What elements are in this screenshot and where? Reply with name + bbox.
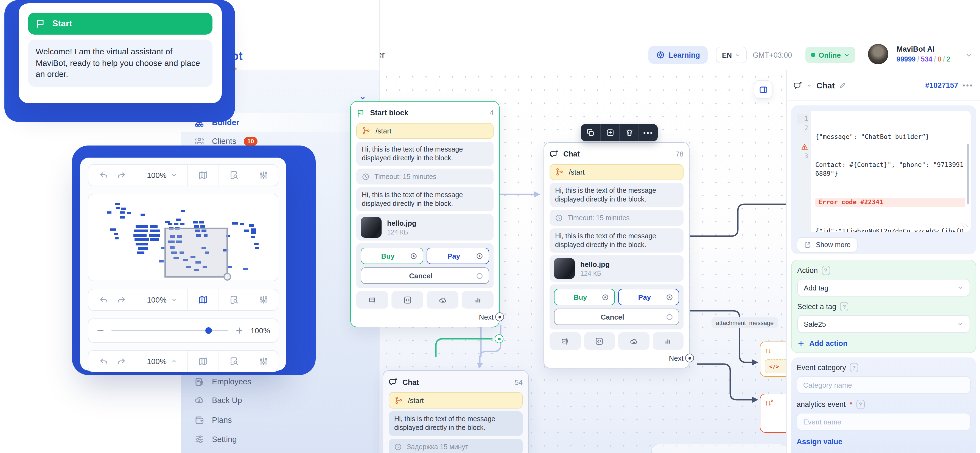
filter-button[interactable] [249,289,278,310]
cancel-button[interactable]: Cancel [554,309,679,325]
panel-toggle-button[interactable] [754,80,772,99]
category-name-input[interactable] [797,376,970,394]
language-select[interactable]: EN [716,47,747,63]
editor-scrollbar[interactable] [967,144,969,204]
command-row[interactable]: /start [356,123,493,139]
undo-icon[interactable] [99,170,109,180]
cloud-upload-tile[interactable] [426,291,458,309]
buy-button[interactable]: Buy [361,248,423,264]
add-action-button[interactable]: Add action [797,339,970,348]
plus-icon[interactable] [235,326,244,335]
search-blocks-button[interactable] [218,351,249,372]
message-row[interactable]: Hi, this is the text of the message disp… [389,411,523,436]
file-attachment-row[interactable]: hello.jpg 124 КБ [356,215,493,241]
minus-icon[interactable] [96,326,105,335]
code-tile[interactable] [584,332,615,350]
block-actions-toolbar: ••• [581,124,658,141]
zoom-slider-handle[interactable] [205,327,212,334]
event-name-input[interactable] [797,413,970,431]
more-button[interactable]: ••• [638,124,658,141]
pay-button[interactable]: Pay [618,289,679,305]
help-icon[interactable]: ? [840,302,848,312]
chevron-down-icon[interactable] [807,83,812,88]
redo-icon[interactable] [116,170,126,180]
online-status-badge[interactable]: Online [805,47,856,63]
chat-block-78[interactable]: Chat 78 /start Hi, this is the text of t… [544,142,690,369]
document-search-icon [229,295,239,305]
block-title: Chat [402,378,510,386]
stats-tile[interactable] [652,332,684,350]
command-label: /start [375,127,391,135]
assign-value-link[interactable]: Assign value [797,438,970,446]
sidebar-item-plans[interactable]: Plans [181,411,379,429]
delete-button[interactable] [619,124,638,141]
chat-block-54[interactable]: Chat 54 /start Hi, this is the text of t… [383,370,529,453]
pencil-icon[interactable] [839,82,846,89]
start-block[interactable]: Start block 4 /start Hi, this is the tex… [350,101,500,327]
minimap-toggle[interactable] [187,165,218,186]
message-settings-tile[interactable] [550,332,581,350]
zoom-slider-track[interactable] [111,330,228,331]
search-blocks-button[interactable] [218,165,249,186]
pay-button[interactable]: Pay [426,248,489,264]
panel-menu-button[interactable]: ••• [963,81,974,89]
clock-icon [555,214,563,222]
action-type-select[interactable]: Add tag [797,279,970,297]
popup-title: Start [52,19,72,29]
sidebar-item-employees[interactable]: Employees [181,372,379,391]
view-toolbar-top: 100% [88,164,278,186]
branch-icon [555,168,563,176]
minimap-toggle[interactable] [187,351,218,372]
show-more-button[interactable]: Show more [797,237,858,253]
resize-handle-icon[interactable]: ⟋⟋ [961,222,969,229]
message-row[interactable]: Hi, this is the text of the message disp… [550,183,684,207]
sidebar-item-setting[interactable]: Setting [181,430,379,448]
learning-button[interactable]: Learning [648,46,708,64]
filter-button[interactable] [249,351,278,372]
help-icon[interactable]: ? [822,266,830,275]
duplicate-button[interactable] [581,124,600,141]
code-editor[interactable]: 1 2 3 {"message": "ChatBot builder”} Con… [797,111,970,232]
help-icon[interactable]: ? [856,400,864,409]
file-attachment-row[interactable]: hello.jpg 124 КБ [550,256,684,282]
timeout-row[interactable]: Timeout: 15 minutes [550,210,684,226]
zoom-select[interactable]: 100% [137,289,187,310]
code-content[interactable]: {"message": "ChatBot builder”} Contact: … [811,111,970,232]
tag-select[interactable]: Sale25 [797,315,970,333]
next-label: Next [669,354,684,362]
message-row[interactable]: Hi, this is the text of the message disp… [356,141,493,166]
user-menu-chevron-icon[interactable] [965,52,972,59]
help-icon[interactable]: ? [850,363,858,372]
message-row[interactable]: Hi, this is the text of the message disp… [356,188,493,212]
command-row[interactable]: /start [550,164,684,180]
cancel-button[interactable]: Cancel [361,268,489,284]
sidebar-item-backup[interactable]: Back Up [181,391,379,410]
stats-tile[interactable] [462,291,493,309]
redo-icon[interactable] [116,295,126,305]
add-button[interactable] [600,124,619,141]
cloud-upload-tile[interactable] [618,332,649,350]
message-settings-tile[interactable] [356,291,388,309]
undo-icon[interactable] [99,295,109,305]
code-tile[interactable] [391,291,423,309]
minimap[interactable] [88,194,278,281]
start-message-popup: Start Welcome! I am the virtual assistan… [19,3,222,103]
zoom-slider-row: 100% [88,318,278,343]
timeout-row[interactable]: Timeout: 15 minutes [356,168,493,185]
command-row[interactable]: /start [389,392,523,408]
minimap-toggle-active[interactable] [187,289,218,310]
minimap-viewport[interactable] [165,229,227,277]
message-row[interactable]: Hi, this is the text of the message disp… [550,229,684,253]
history-controls [88,289,137,310]
filter-button[interactable] [249,165,278,186]
avatar[interactable] [868,44,888,64]
zoom-select-open[interactable]: 100% [137,351,187,372]
search-blocks-button[interactable] [218,289,249,310]
stat-green: 2 [947,56,950,63]
delay-row[interactable]: Задержка 15 минут [389,439,523,453]
buy-button[interactable]: Buy [554,289,615,305]
start-output-port[interactable] [495,334,503,343]
undo-icon[interactable] [99,356,109,366]
redo-icon[interactable] [116,356,126,366]
zoom-select[interactable]: 100% [137,165,187,186]
